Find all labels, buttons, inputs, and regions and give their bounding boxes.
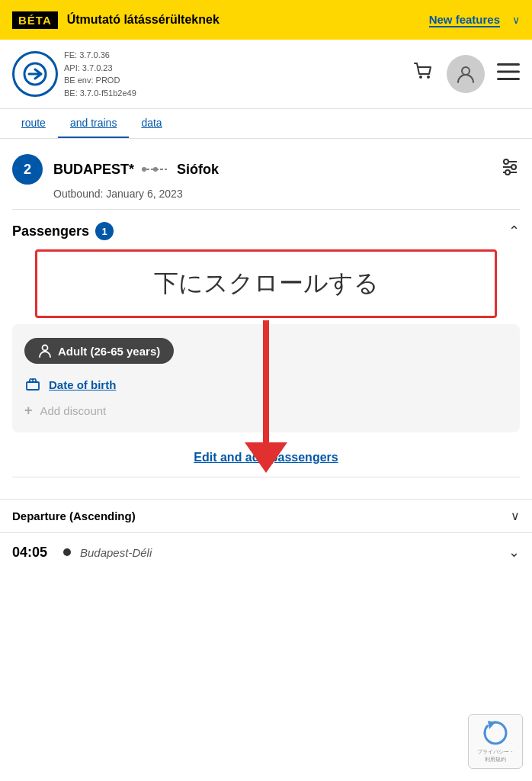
version-info: FE: 3.7.0.36 API: 3.7.0.23 BE env: PROD … xyxy=(64,49,136,99)
header: FE: 3.7.0.36 API: 3.7.0.23 BE env: PROD … xyxy=(0,40,532,109)
passengers-title: Passengers xyxy=(12,223,89,239)
svg-rect-4 xyxy=(497,63,520,66)
svg-point-15 xyxy=(505,170,510,175)
train-time: 04:05 xyxy=(12,545,54,561)
svg-point-9 xyxy=(153,167,158,172)
filter-icon[interactable] xyxy=(500,157,520,182)
train-row[interactable]: 04:05 Budapest-Déli ⌄ xyxy=(0,532,532,571)
sort-label: Departure (Ascending) xyxy=(12,509,136,522)
svg-rect-17 xyxy=(27,382,39,390)
train-expand-icon[interactable]: ⌄ xyxy=(508,544,520,561)
passenger-type-badge: Adult (26-65 years) xyxy=(24,338,174,364)
logo xyxy=(12,51,58,97)
beta-badge: BÉTA xyxy=(12,11,58,29)
svg-point-7 xyxy=(142,167,146,172)
menu-button[interactable] xyxy=(497,62,520,87)
beta-bar: BÉTA Útmutató látássérülteknek New featu… xyxy=(0,0,532,40)
dob-link[interactable]: Date of birth xyxy=(49,378,116,391)
svg-point-13 xyxy=(511,165,516,169)
captcha-widget: プライバシー・利用規約 xyxy=(468,714,523,769)
chevron-up-icon[interactable]: ⌃ xyxy=(508,223,520,239)
filter-sliders-icon xyxy=(500,157,520,177)
scroll-instruction-text: 下にスクロールする xyxy=(154,269,379,297)
journey-from: BUDAPEST* xyxy=(53,162,134,178)
logo-area: FE: 3.7.0.36 API: 3.7.0.23 BE env: PROD … xyxy=(12,49,136,99)
logo-icon xyxy=(21,60,49,88)
cart-button[interactable] xyxy=(412,60,434,88)
sort-chevron-icon[interactable]: ∨ xyxy=(511,509,520,523)
journey-route: BUDAPEST* Siófok xyxy=(53,162,489,178)
sort-row: Departure (Ascending) ∨ xyxy=(0,499,532,532)
step-indicator: 2 xyxy=(12,154,43,185)
plus-icon: + xyxy=(24,403,33,419)
new-features-link[interactable]: New features xyxy=(429,13,500,27)
discount-text: Add discount xyxy=(40,404,107,417)
journey-section: 2 BUDAPEST* Siófok Outbou xyxy=(0,139,532,209)
svg-rect-5 xyxy=(497,70,520,72)
arrow-shaft xyxy=(263,320,269,442)
recaptcha-icon xyxy=(482,719,509,747)
header-icons xyxy=(412,55,520,93)
user-icon xyxy=(456,64,476,84)
beta-bar-title: Útmutató látássérülteknek xyxy=(67,13,420,27)
chevron-down-icon[interactable]: ∨ xyxy=(512,14,520,26)
svg-point-1 xyxy=(419,76,422,79)
journey-date: Outbound: January 6, 2023 xyxy=(53,188,520,200)
cart-icon xyxy=(412,60,434,83)
birthday-icon xyxy=(24,374,41,395)
scroll-arrow-overlay xyxy=(245,320,287,473)
route-line-icon xyxy=(142,163,169,175)
user-button[interactable] xyxy=(447,55,485,93)
svg-point-2 xyxy=(427,76,430,79)
captcha-links[interactable]: プライバシー・利用規約 xyxy=(475,748,516,763)
passengers-header: Passengers 1 ⌃ xyxy=(12,222,520,240)
subnav-and-trains[interactable]: and trains xyxy=(58,109,129,138)
hamburger-icon xyxy=(497,62,520,82)
cake-icon xyxy=(24,374,41,391)
svg-point-11 xyxy=(504,159,508,164)
train-dot-icon xyxy=(63,548,71,556)
route-arrow-icon xyxy=(142,163,169,175)
journey-to: Siófok xyxy=(177,162,219,178)
arrow-head xyxy=(245,442,287,473)
journey-header: 2 BUDAPEST* Siófok xyxy=(12,154,520,185)
sub-nav: route and trains data xyxy=(0,109,532,139)
svg-point-16 xyxy=(43,346,48,351)
person-icon xyxy=(38,344,52,358)
svg-rect-6 xyxy=(497,78,520,80)
subnav-data[interactable]: data xyxy=(129,109,174,138)
svg-point-3 xyxy=(462,67,470,75)
scroll-instruction-box: 下にスクロールする xyxy=(35,249,497,318)
passengers-count-badge: 1 xyxy=(95,222,114,240)
passengers-title-row: Passengers 1 xyxy=(12,222,114,240)
train-name: Budapest-Déli xyxy=(80,546,499,559)
subnav-route[interactable]: route xyxy=(9,109,58,138)
